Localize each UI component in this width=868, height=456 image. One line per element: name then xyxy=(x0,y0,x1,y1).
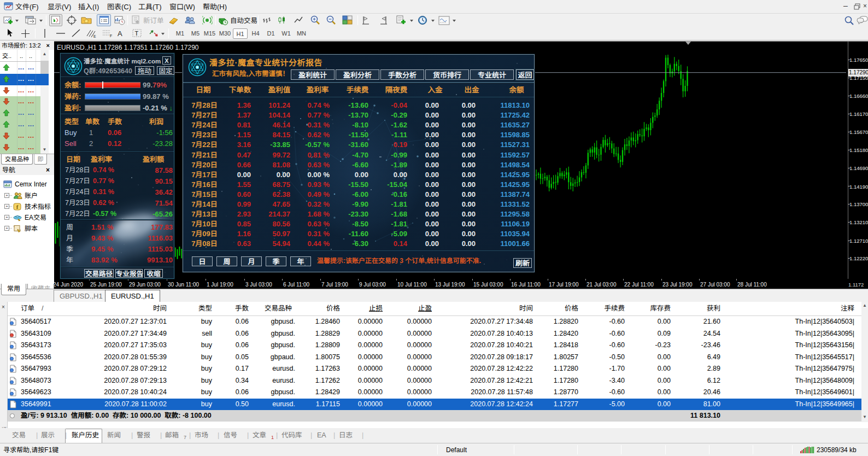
svg-text:f: f xyxy=(16,203,19,210)
svg-text:E: E xyxy=(93,34,96,38)
svg-text:T: T xyxy=(135,30,139,37)
svg-text:F: F xyxy=(110,34,112,38)
